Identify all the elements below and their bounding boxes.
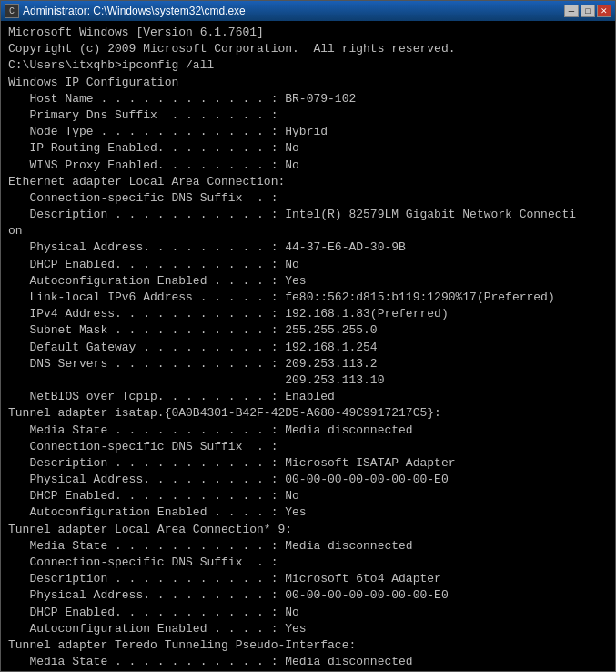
terminal-line: Description . . . . . . . . . . . : Inte… bbox=[8, 207, 608, 223]
terminal-line: Copyright (c) 2009 Microsoft Corporation… bbox=[8, 41, 608, 57]
terminal-line: Media State . . . . . . . . . . . : Medi… bbox=[8, 538, 608, 555]
terminal-line: Physical Address. . . . . . . . . : 00-0… bbox=[8, 472, 608, 488]
terminal-line: Node Type . . . . . . . . . . . . : Hybr… bbox=[8, 124, 608, 140]
terminal-line: Tunnel adapter isatap.{0A0B4301-B42F-42D… bbox=[8, 405, 608, 422]
terminal-line: Connection-specific DNS Suffix . : bbox=[8, 555, 608, 571]
terminal-line: Autoconfiguration Enabled . . . . : Yes bbox=[8, 504, 608, 521]
terminal-line: on bbox=[8, 223, 608, 239]
terminal-line: Physical Address. . . . . . . . . : 00-0… bbox=[8, 587, 608, 604]
terminal-line: Primary Dns Suffix . . . . . . . : bbox=[8, 107, 608, 124]
terminal-line: Default Gateway . . . . . . . . . : 192.… bbox=[8, 340, 608, 356]
terminal-line: Description . . . . . . . . . . . : Micr… bbox=[8, 571, 608, 587]
title-bar-left: C Administrator: C:\Windows\system32\cmd… bbox=[5, 4, 246, 18]
terminal-line: Microsoft Windows [Version 6.1.7601] bbox=[8, 25, 608, 41]
terminal-line: Autoconfiguration Enabled . . . . : Yes bbox=[8, 621, 608, 637]
cmd-icon: C bbox=[5, 4, 19, 18]
terminal-line: IP Routing Enabled. . . . . . . . : No bbox=[8, 140, 608, 157]
terminal-line: Media State . . . . . . . . . . . : Medi… bbox=[8, 654, 608, 670]
terminal-line: Connection-specific DNS Suffix . : bbox=[8, 670, 608, 671]
terminal-line: Media State . . . . . . . . . . . : Medi… bbox=[8, 423, 608, 439]
terminal-line: Connection-specific DNS Suffix . : bbox=[8, 439, 608, 455]
terminal-output[interactable]: Microsoft Windows [Version 6.1.7601]Copy… bbox=[1, 21, 615, 671]
window-title: Administrator: C:\Windows\system32\cmd.e… bbox=[23, 5, 246, 17]
cmd-window: C Administrator: C:\Windows\system32\cmd… bbox=[0, 0, 616, 672]
terminal-line: Subnet Mask . . . . . . . . . . . : 255.… bbox=[8, 322, 608, 339]
terminal-line: Connection-specific DNS Suffix . : bbox=[8, 190, 608, 207]
terminal-line: Description . . . . . . . . . . . : Micr… bbox=[8, 455, 608, 472]
terminal-line: IPv4 Address. . . . . . . . . . . : 192.… bbox=[8, 306, 608, 322]
terminal-line: Autoconfiguration Enabled . . . . : Yes bbox=[8, 273, 608, 290]
terminal-line: DHCP Enabled. . . . . . . . . . . : No bbox=[8, 257, 608, 273]
terminal-line: Tunnel adapter Teredo Tunneling Pseudo-I… bbox=[8, 637, 608, 654]
minimize-button[interactable]: ─ bbox=[564, 5, 579, 17]
terminal-line: 209.253.113.10 bbox=[8, 372, 608, 389]
close-button[interactable]: ✕ bbox=[597, 5, 611, 17]
terminal-line: Windows IP Configuration bbox=[8, 75, 608, 91]
maximize-button[interactable]: □ bbox=[581, 5, 595, 17]
terminal-line: Host Name . . . . . . . . . . . . : BR-0… bbox=[8, 91, 608, 107]
terminal-line: WINS Proxy Enabled. . . . . . . . : No bbox=[8, 158, 608, 174]
terminal-line: Physical Address. . . . . . . . . : 44-3… bbox=[8, 239, 608, 256]
terminal-line: Link-local IPv6 Address . . . . . : fe80… bbox=[8, 290, 608, 306]
terminal-line: DHCP Enabled. . . . . . . . . . . : No bbox=[8, 605, 608, 621]
terminal-line: Ethernet adapter Local Area Connection: bbox=[8, 174, 608, 190]
terminal-line: NetBIOS over Tcpip. . . . . . . . : Enab… bbox=[8, 389, 608, 405]
window-controls: ─ □ ✕ bbox=[564, 5, 611, 17]
terminal-line: C:\Users\itxqhb>ipconfig /all bbox=[8, 57, 608, 74]
terminal-line: DNS Servers . . . . . . . . . . . : 209.… bbox=[8, 356, 608, 372]
title-bar: C Administrator: C:\Windows\system32\cmd… bbox=[1, 1, 615, 21]
terminal-line: Tunnel adapter Local Area Connection* 9: bbox=[8, 522, 608, 538]
terminal-line: DHCP Enabled. . . . . . . . . . . : No bbox=[8, 488, 608, 504]
